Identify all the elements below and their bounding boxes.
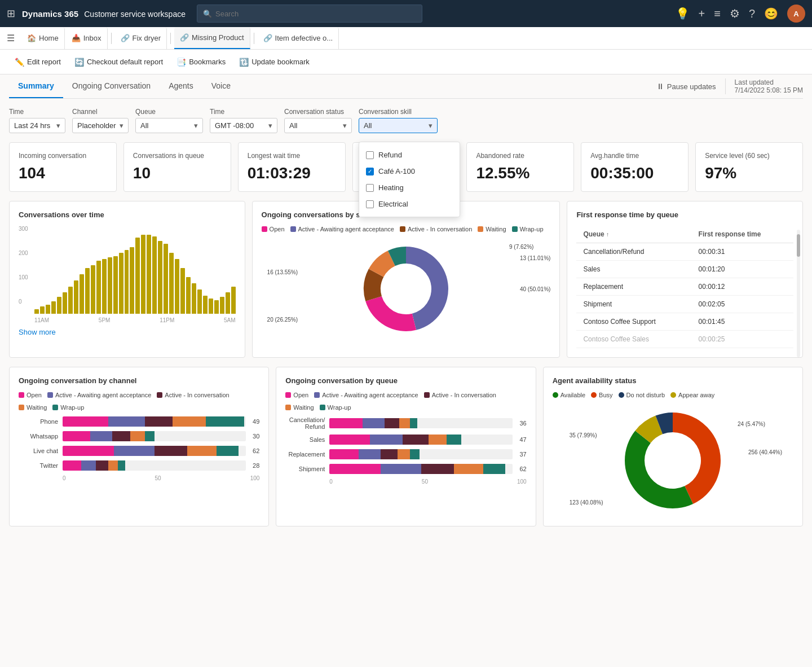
skill-option-refund[interactable]: Refund [359, 147, 460, 163]
first-response-title: First response time by queue [576, 210, 793, 219]
update-bookmark-button[interactable]: 🔃 Update bookmark [233, 55, 315, 69]
chevron-down-icon-4: ▾ [268, 121, 272, 130]
pause-icon: ⏸ [656, 82, 664, 91]
bookmark-icon: 📑 [176, 58, 186, 67]
status-legend: Open Active - Awaiting agent acceptance … [262, 226, 551, 232]
update-icon: 🔃 [239, 58, 249, 67]
sub-tab-voice[interactable]: Voice [202, 74, 240, 98]
queue-chart-title: Ongoing conversation by queue [285, 376, 526, 385]
skill-option-cafe[interactable]: ✓ Café A-100 [359, 163, 460, 179]
h-bar-row: Twitter28 [19, 460, 259, 471]
tab-item-defective[interactable]: 🔗 Item defective o... [258, 28, 339, 49]
sub-tab-agents[interactable]: Agents [160, 74, 202, 98]
filter-timezone-select[interactable]: GMT -08:00 ▾ [210, 118, 277, 133]
filter-icon[interactable]: ≡ [714, 7, 721, 20]
sub-tab-summary[interactable]: Summary [9, 74, 63, 98]
tab-separator [111, 33, 112, 44]
avatar[interactable]: A [787, 5, 805, 23]
kpi-avg-handle-time: Avg.handle time 00:35:00 [581, 142, 689, 192]
kpi-incoming-conversation: Incoming conversation 104 [9, 142, 117, 192]
response-time-header[interactable]: First response time [692, 226, 793, 243]
kpi-longest-wait-time: Longest wait time 01:03:29 [238, 142, 346, 192]
table-row: Sales 00:01:20 [576, 261, 793, 278]
table-row: Contoso Coffee Support 00:01:45 [576, 313, 793, 331]
charts-row-middle: Conversations over time 300 200 100 0 11… [9, 201, 803, 358]
tab-home[interactable]: 🏠 Home [21, 28, 65, 49]
pause-updates-button[interactable]: ⏸ Pause updates [656, 82, 716, 91]
tab-missing-product[interactable]: 🔗 Missing Product [174, 28, 250, 49]
top-navigation: ⊞ Dynamics 365 Customer service workspac… [0, 0, 812, 27]
user-status-icon[interactable]: 😊 [764, 7, 778, 20]
add-icon[interactable]: + [699, 7, 705, 20]
kpi-service-level: Service level (60 sec) 97% [695, 142, 803, 192]
link-icon: 🔗 [121, 34, 130, 42]
checkout-report-button[interactable]: 🔄 Checkout default report [69, 55, 169, 69]
link-icon-2: 🔗 [180, 33, 189, 42]
first-response-time-card: First response time by queue Queue ↑ Fir… [567, 201, 803, 358]
search-input[interactable] [215, 10, 416, 18]
table-row: Contoso Coffee Sales 00:00:25 [576, 331, 793, 348]
grid-icon[interactable]: ⊞ [7, 7, 15, 20]
filter-conv-skill-select[interactable]: All ▾ [359, 118, 438, 133]
refresh-icon: 🔄 [74, 58, 84, 67]
filter-queue: Queue All ▾ [135, 108, 203, 133]
tab-fix-dryer[interactable]: 🔗 Fix dryer [115, 28, 167, 49]
filter-conv-status-select[interactable]: All ▾ [284, 118, 352, 133]
help-icon[interactable]: ? [749, 7, 755, 20]
settings-icon[interactable]: ⚙ [730, 7, 740, 20]
h-bar-row: Shipment62 [285, 464, 526, 474]
filter-channel-select[interactable]: Placeholder ▾ [72, 118, 129, 133]
first-response-table: Queue ↑ First response time Cancellation… [576, 226, 793, 348]
filter-queue-select[interactable]: All ▾ [135, 118, 203, 133]
filter-timezone: Time GMT -08:00 ▾ [210, 108, 277, 133]
heating-checkbox[interactable] [366, 184, 374, 192]
table-row: Shipment 00:02:05 [576, 296, 793, 313]
skill-option-heating[interactable]: Heating [359, 179, 460, 196]
last-updated-display: Last updated 7/14/2022 5:08: 15 PM [725, 78, 803, 94]
queue-header[interactable]: Queue ↑ [576, 226, 691, 243]
edit-report-button[interactable]: ✏️ Edit report [9, 55, 67, 69]
skill-dropdown: Refund ✓ Café A-100 Heating Electrical [359, 142, 460, 217]
h-bar-row: Cancellation/ Refund36 [285, 416, 526, 430]
filter-conv-skill: Conversation skill All ▾ Refund ✓ Café A… [359, 108, 438, 133]
h-bar-row: Replacement37 [285, 449, 526, 459]
chevron-down-icon-5: ▾ [343, 121, 347, 130]
table-row: Cancellation/Refund 00:00:31 [576, 243, 793, 261]
search-icon: 🔍 [203, 10, 212, 18]
filter-channel: Channel Placeholder ▾ [72, 108, 129, 133]
filter-time-select[interactable]: Last 24 hrs ▾ [9, 118, 65, 133]
tab-inbox[interactable]: 📥 Inbox [66, 28, 108, 49]
skill-option-electrical[interactable]: Electrical [359, 196, 460, 212]
inbox-icon: 📥 [72, 34, 81, 42]
ongoing-by-status-card: Ongoing conversations by status Open Act… [252, 201, 561, 358]
toolbar: ✏️ Edit report 🔄 Checkout default report… [0, 50, 812, 74]
bookmarks-button[interactable]: 📑 Bookmarks [171, 55, 231, 69]
link-icon-3: 🔗 [263, 34, 272, 42]
chevron-down-icon: ▾ [56, 121, 60, 130]
agent-donut-chart [605, 404, 740, 517]
filters-row: Time Last 24 hrs ▾ Channel Placeholder ▾… [9, 108, 803, 133]
app-title: Dynamics 365 Customer service workspace [22, 9, 186, 19]
agent-availability-card: Agent availability status Available Busy… [543, 367, 803, 526]
status-donut-chart [350, 238, 462, 340]
electrical-checkbox[interactable] [366, 200, 374, 208]
table-row: Replacement 00:00:12 [576, 278, 793, 296]
refund-checkbox[interactable] [366, 151, 374, 159]
conv-over-time-title: Conversations over time [19, 210, 236, 219]
filter-time: Time Last 24 hrs ▾ [9, 108, 65, 133]
search-bar[interactable]: 🔍 [197, 5, 422, 23]
channel-chart-title: Ongoing conversation by channel [19, 376, 259, 385]
agent-availability-title: Agent availability status [553, 376, 793, 385]
lightbulb-icon[interactable]: 💡 [676, 7, 690, 20]
tab-menu-icon[interactable]: ☰ [5, 30, 17, 46]
agent-legend: Available Busy Do not disturb Appear awa… [553, 392, 793, 398]
kpi-abandoned-rate: Abandoned rate 12.55% [466, 142, 574, 192]
show-more-link[interactable]: Show more [19, 328, 56, 336]
kpi-conversations-in-queue: Conversations in queue 10 [123, 142, 231, 192]
header-right: ⏸ Pause updates Last updated 7/14/2022 5… [656, 78, 803, 94]
filter-conv-status: Conversation status All ▾ [284, 108, 352, 133]
edit-icon: ✏️ [15, 58, 24, 67]
sub-tab-ongoing[interactable]: Ongoing Conversation [63, 74, 160, 98]
conv-over-time-card: Conversations over time 300 200 100 0 11… [9, 201, 245, 358]
cafe-checkbox[interactable]: ✓ [366, 168, 374, 175]
